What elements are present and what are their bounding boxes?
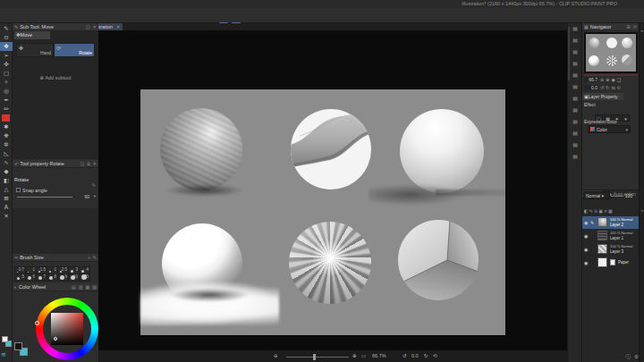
settings-gear-icon[interactable]: ⚙: [634, 354, 639, 359]
material-folder-icon[interactable]: ▤: [568, 81, 582, 93]
red-color-swatch[interactable]: [2, 114, 10, 122]
blend-tool-icon[interactable]: ∿: [0, 158, 13, 167]
panel-close-icon[interactable]: ✕: [93, 161, 97, 166]
snap-angle-checkbox[interactable]: [16, 188, 21, 192]
panel-close-icon[interactable]: ✕: [93, 24, 97, 29]
material-folder-icon[interactable]: ▤: [568, 105, 582, 116]
visibility-eye-icon[interactable]: ◉: [584, 233, 588, 239]
visibility-eye-icon[interactable]: ◉: [584, 260, 588, 265]
add-subtool-button[interactable]: ⊕ Add subtool: [13, 75, 98, 80]
snap-angle-value[interactable]: 60: [84, 194, 89, 199]
nav-zoom-out-icon[interactable]: ⊖: [600, 77, 604, 82]
hue-marker[interactable]: [35, 321, 39, 325]
eraser-tool-icon[interactable]: ◺: [0, 149, 13, 158]
decoration-tool-icon[interactable]: ✲: [0, 140, 13, 149]
move-layer-tool-icon[interactable]: ✜: [0, 60, 13, 69]
layer-property-tab[interactable]: ▣Layer Property: [582, 93, 623, 100]
navigator-expand-icon[interactable]: ⊞: [627, 24, 631, 29]
navigator-refresh-icon[interactable]: ⟳: [633, 24, 637, 29]
panel-dock-icon[interactable]: ◲: [80, 161, 84, 166]
material-folder-icon[interactable]: ▤: [568, 70, 582, 81]
material-folder-icon[interactable]: ▤: [568, 93, 582, 105]
material-folder-icon[interactable]: ▤: [568, 23, 582, 35]
layer-row-layer1[interactable]: ◉ 100 % Normal Layer 1: [582, 230, 640, 242]
frame-tool-icon[interactable]: ⊞: [0, 194, 13, 203]
layer-row-layer3[interactable]: ◉ 100 % Normal Layer 3: [582, 243, 640, 256]
navigator-zoom-value[interactable]: 66.7: [584, 77, 598, 82]
material-folder-icon[interactable]: ▤: [568, 35, 582, 46]
visibility-eye-icon[interactable]: ◉: [584, 220, 588, 225]
nav-zoom-in-icon[interactable]: ⊕: [606, 77, 609, 82]
blend-mode-dropdown[interactable]: Normal ▾: [583, 191, 610, 199]
navigator-thumbnail[interactable]: [584, 32, 638, 73]
color-mixer-tab-icon[interactable]: ▧: [92, 284, 97, 290]
text-tool-icon[interactable]: A: [0, 203, 13, 212]
zoom-out-icon[interactable]: ⊖: [274, 353, 278, 358]
color-slider-tab-icon[interactable]: ▥: [79, 284, 83, 290]
nav-flip-icon[interactable]: ⇆: [611, 85, 614, 90]
brush-tool-icon[interactable]: ✱: [0, 122, 13, 131]
canvas-document[interactable]: [140, 89, 505, 335]
subtool-item-hand[interactable]: ✥ Hand: [16, 43, 54, 57]
subtool-group-tab[interactable]: ✥Move: [14, 31, 50, 39]
info-icon[interactable]: ⓘ: [626, 354, 631, 359]
material-folder-icon[interactable]: ▤: [568, 139, 582, 151]
rotate-right-icon[interactable]: ↻: [424, 353, 428, 358]
material-folder-icon[interactable]: ▤: [568, 58, 582, 70]
tool-property-edit-icon[interactable]: ✎: [92, 182, 96, 188]
eyedropper-tool-icon[interactable]: ◎: [0, 87, 13, 96]
correction-tool-icon[interactable]: ✕: [0, 212, 13, 221]
pen-tool-icon[interactable]: ✒: [0, 96, 13, 105]
pen-tip-tool-icon[interactable]: ✎: [0, 24, 13, 33]
brush-size-preset[interactable]: 20: [79, 274, 90, 282]
zoom-slider-handle[interactable]: [313, 354, 316, 360]
rotate-left-icon[interactable]: ↺: [402, 353, 407, 358]
panel-menu-icon[interactable]: ◑: [88, 255, 90, 260]
effect-dropdown-icon[interactable]: ▾: [622, 114, 630, 122]
move-tool-icon[interactable]: ✥: [0, 42, 13, 51]
panel-menu-icon[interactable]: ◱: [86, 24, 90, 29]
expand-dock-icon[interactable]: ◂: [640, 29, 644, 33]
material-folder-icon[interactable]: ▤: [568, 128, 582, 139]
nav-actual-size-icon[interactable]: ◉: [611, 77, 614, 82]
nav-reset-icon[interactable]: ⟲: [617, 85, 621, 90]
foreground-color-swatch[interactable]: [2, 336, 8, 342]
nav-rotate-right-icon[interactable]: ↻: [606, 85, 609, 90]
snap-angle-spinner-icon[interactable]: ▾: [94, 194, 96, 198]
figure-tool-icon[interactable]: △: [0, 185, 13, 194]
fit-screen-icon[interactable]: ▭: [361, 353, 366, 358]
nav-fit-icon[interactable]: ❑: [617, 77, 621, 82]
dock-scrollbar[interactable]: [568, 27, 570, 80]
material-folder-icon[interactable]: ▤: [568, 116, 582, 128]
zoom-tool-icon[interactable]: ⊙: [0, 33, 13, 42]
visibility-eye-icon[interactable]: ◉: [584, 247, 588, 252]
auto-select-tool-icon[interactable]: ✧: [0, 78, 13, 87]
pencil-tool-icon[interactable]: ✏: [0, 105, 13, 114]
gradient-tool-icon[interactable]: ◧: [0, 176, 13, 185]
nav-rotate-left-icon[interactable]: ↺: [600, 85, 604, 90]
material-folder-icon[interactable]: ▤: [568, 151, 582, 163]
selection-tool-icon[interactable]: ▢: [0, 69, 13, 78]
fill-tool-icon[interactable]: ◆: [0, 167, 13, 176]
airbrush-tool-icon[interactable]: ❋: [0, 131, 13, 140]
color-wheel-tab-icon[interactable]: ▤: [72, 284, 76, 290]
opacity-slider[interactable]: [611, 196, 623, 197]
layer-row-layer2[interactable]: ◉ ✎ 100 % Normal Layer 2: [582, 216, 640, 229]
sv-marker[interactable]: [54, 337, 57, 341]
zoom-slider[interactable]: [286, 357, 349, 358]
snap-angle-slider[interactable]: [17, 197, 72, 198]
layer-row-paper[interactable]: ◉ Paper: [582, 257, 640, 269]
reset-rotation-icon[interactable]: ⟲: [433, 353, 437, 358]
color-set-tab-icon[interactable]: ▦: [86, 284, 90, 290]
main-color-swatch[interactable]: [14, 342, 22, 350]
clip-studio-waves-icon[interactable]: ≋: [1, 351, 6, 358]
expand-dock-icon[interactable]: ◂: [640, 208, 644, 213]
tab-close-icon[interactable]: ✕: [116, 24, 120, 29]
zoom-in-icon[interactable]: ⊕: [352, 353, 357, 358]
operation-tool-icon[interactable]: ➢: [0, 51, 13, 60]
subtool-item-rotate[interactable]: ⟳ Rotate: [54, 43, 95, 57]
navigator-rotate-value[interactable]: 0.0: [584, 85, 598, 90]
panel-float-icon[interactable]: ⧉: [87, 161, 90, 166]
panel-edit-icon[interactable]: ✎: [93, 255, 97, 260]
expression-color-dropdown[interactable]: Color▾: [588, 125, 631, 133]
